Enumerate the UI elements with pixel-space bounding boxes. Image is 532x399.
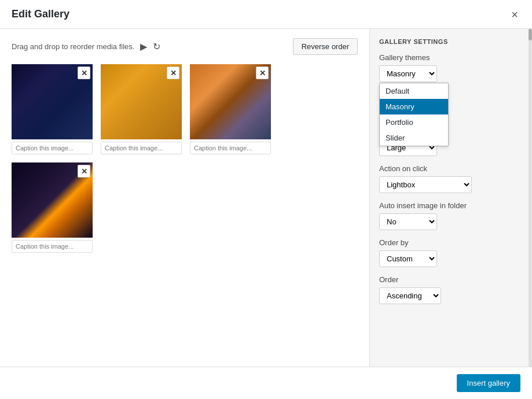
- modal-title: Edit Gallery: [12, 8, 69, 20]
- gallery-item: ✕: [101, 64, 182, 154]
- refresh-button[interactable]: ↻: [153, 41, 160, 52]
- gallery-item: ✕: [190, 64, 271, 154]
- gallery-themes-select[interactable]: Default Masonry Portfolio Slider: [379, 65, 437, 82]
- caption-input-3[interactable]: [190, 142, 271, 154]
- action-on-click-label: Action on click: [379, 164, 523, 173]
- action-on-click-select[interactable]: Lightbox None Custom URL: [379, 176, 472, 193]
- theme-option-default-item[interactable]: Default: [380, 83, 448, 99]
- theme-option-slider-item[interactable]: Slider: [380, 130, 448, 146]
- theme-option-masonry-item[interactable]: Masonry: [380, 99, 448, 114]
- gallery-item: ✕: [12, 64, 93, 154]
- scroll-indicator: [529, 29, 532, 367]
- gallery-item: ✕: [12, 162, 93, 253]
- right-panel: GALLERY SETTINGS Gallery themes Default …: [370, 29, 532, 367]
- remove-image-3-button[interactable]: ✕: [256, 66, 269, 79]
- gallery-themes-dropdown-container: Default Masonry Portfolio Slider Default…: [379, 65, 437, 82]
- theme-option-portfolio-item[interactable]: Portfolio: [380, 114, 448, 130]
- order-by-label: Order by: [379, 238, 523, 247]
- modal-body: Drag and drop to reorder media files. ▶ …: [0, 29, 532, 367]
- scroll-thumb[interactable]: [529, 29, 532, 40]
- order-by-select[interactable]: Custom Date Title Rand: [379, 250, 437, 267]
- modal-header: Edit Gallery ×: [0, 0, 532, 29]
- caption-input-4[interactable]: [12, 240, 93, 253]
- action-on-click-group: Action on click Lightbox None Custom URL: [379, 164, 523, 193]
- remove-image-1-button[interactable]: ✕: [78, 66, 90, 79]
- remove-image-2-button[interactable]: ✕: [167, 66, 179, 79]
- gallery-themes-label: Gallery themes: [379, 53, 523, 62]
- settings-title: GALLERY SETTINGS: [379, 38, 523, 45]
- gallery-themes-group: Gallery themes Default Masonry Portfolio…: [379, 53, 523, 82]
- refresh-icon: ↻: [153, 41, 160, 52]
- play-slideshow-button[interactable]: ▶: [140, 41, 147, 52]
- drag-instructions-text: Drag and drop to reorder media files.: [12, 42, 134, 51]
- reverse-order-button[interactable]: Reverse order: [293, 38, 358, 55]
- caption-input-1[interactable]: [12, 142, 93, 154]
- close-button[interactable]: ×: [509, 9, 520, 20]
- caption-input-2[interactable]: [101, 142, 182, 154]
- remove-image-4-button[interactable]: ✕: [78, 165, 90, 178]
- play-icon: ▶: [140, 41, 147, 52]
- order-group: Order Ascending Descending: [379, 275, 523, 304]
- edit-gallery-modal: Edit Gallery × Drag and drop to reorder …: [0, 0, 532, 399]
- themes-dropdown-menu: Default Masonry Portfolio Slider: [379, 83, 449, 146]
- auto-insert-label: Auto insert image in folder: [379, 201, 523, 210]
- gallery-grid: ✕ ✕ ✕ ✕: [12, 64, 358, 253]
- left-panel: Drag and drop to reorder media files. ▶ …: [0, 29, 370, 367]
- order-label: Order: [379, 275, 523, 284]
- toolbar: Drag and drop to reorder media files. ▶ …: [12, 38, 358, 55]
- auto-insert-select[interactable]: No Yes: [379, 213, 437, 230]
- insert-gallery-button[interactable]: Insert gallery: [457, 374, 520, 392]
- order-by-group: Order by Custom Date Title Rand: [379, 238, 523, 267]
- modal-footer: Insert gallery: [0, 367, 532, 399]
- auto-insert-group: Auto insert image in folder No Yes: [379, 201, 523, 230]
- order-select[interactable]: Ascending Descending: [379, 287, 441, 304]
